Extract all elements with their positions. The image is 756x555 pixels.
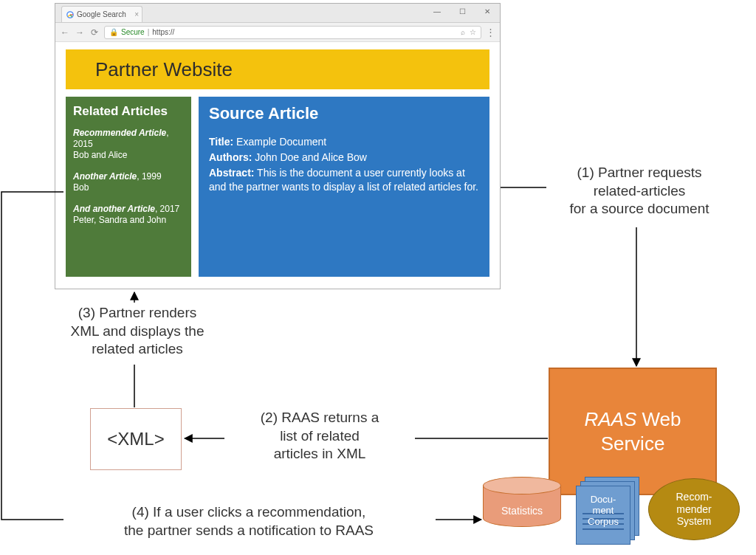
secure-label: Secure: [121, 28, 145, 36]
article-authors: Bob and Alice: [73, 150, 127, 160]
nav-back-icon[interactable]: ←: [60, 27, 70, 38]
docs-l1: Docu-: [591, 494, 616, 505]
abstract-label: Abstract:: [209, 167, 254, 179]
rec-l2: mender: [676, 503, 711, 515]
tab-close-icon[interactable]: ×: [134, 10, 139, 18]
window-close[interactable]: ✕: [475, 4, 500, 18]
authors-label: Authors:: [209, 151, 252, 163]
google-favicon-icon: [66, 11, 74, 18]
article-year: 2015: [73, 139, 93, 149]
document-corpus: Docu- ment Corpus: [571, 477, 642, 546]
nav-reload-icon[interactable]: ⟳: [89, 27, 100, 38]
browser-menu-icon[interactable]: ⋮: [486, 27, 495, 38]
browser-toolbar: ← → ⟳ 🔒 Secure | https:// ⌕ ☆ ⋮: [55, 23, 500, 42]
step-4-label: (4) If a user clicks a recommendation, t…: [68, 503, 430, 540]
article-year: 1999: [142, 171, 162, 182]
raas-ital: RAAS: [584, 408, 636, 430]
step-1-label: (1) Partner requests related-articles fo…: [551, 164, 728, 218]
rec-l1: Recom-: [676, 491, 712, 503]
docs-l2: ment: [593, 505, 614, 516]
article-year: 2017: [160, 204, 180, 214]
url-text: https://: [152, 28, 174, 36]
browser-tab[interactable]: Google Search ×: [61, 6, 142, 22]
title-value: Example Document: [236, 136, 326, 148]
rec-l3: System: [677, 515, 712, 527]
tab-title: Google Search: [77, 10, 126, 18]
article-title: Recommended Article: [73, 128, 166, 138]
source-article-panel: Source Article Title: Example Document A…: [199, 97, 489, 277]
related-articles-panel: Related Articles Recommended Article, 20…: [66, 97, 191, 277]
step-2-label: (2) RAAS returns a list of related artic…: [227, 409, 412, 463]
step-3-label: (3) Partner renders XML and displays the…: [53, 304, 221, 359]
url-bar[interactable]: 🔒 Secure | https:// ⌕ ☆: [104, 26, 481, 39]
browser-tabbar: Google Search × — ☐ ✕: [55, 4, 500, 23]
bookmark-star-icon[interactable]: ☆: [470, 28, 476, 36]
window-buttons: — ☐ ✕: [425, 4, 500, 18]
xml-response-box: <XML>: [90, 408, 182, 470]
related-heading: Related Articles: [73, 104, 184, 119]
lock-icon: 🔒: [109, 28, 118, 36]
partner-banner: Partner Website: [66, 49, 489, 89]
search-icon[interactable]: ⌕: [461, 28, 465, 36]
source-heading: Source Article: [209, 104, 479, 123]
statistics-db: Statistics: [483, 477, 561, 536]
article-authors: Peter, Sandra and John: [73, 215, 166, 225]
article-title: And another Article: [73, 204, 155, 214]
recommender-system: Recom- mender System: [648, 478, 740, 540]
related-article-item[interactable]: Recommended Article, 2015 Bob and Alice: [73, 128, 184, 161]
nav-forward-icon[interactable]: →: [75, 27, 85, 38]
xml-label: <XML>: [107, 429, 164, 449]
article-authors: Bob: [73, 182, 89, 193]
article-title: Another Article: [73, 171, 137, 182]
related-article-item[interactable]: And another Article, 2017 Peter, Sandra …: [73, 204, 184, 226]
window-maximize[interactable]: ☐: [450, 4, 475, 18]
title-label: Title:: [209, 136, 233, 148]
page-content: Partner Website Related Articles Recomme…: [55, 42, 500, 284]
statistics-label: Statistics: [483, 505, 561, 517]
docs-l3: Corpus: [588, 516, 619, 527]
related-article-item[interactable]: Another Article, 1999 Bob: [73, 171, 184, 193]
authors-value: John Doe and Alice Bow: [255, 151, 367, 163]
window-minimize[interactable]: —: [425, 4, 450, 18]
browser-window: Google Search × — ☐ ✕ ← → ⟳ 🔒 Secure | h…: [55, 3, 501, 289]
